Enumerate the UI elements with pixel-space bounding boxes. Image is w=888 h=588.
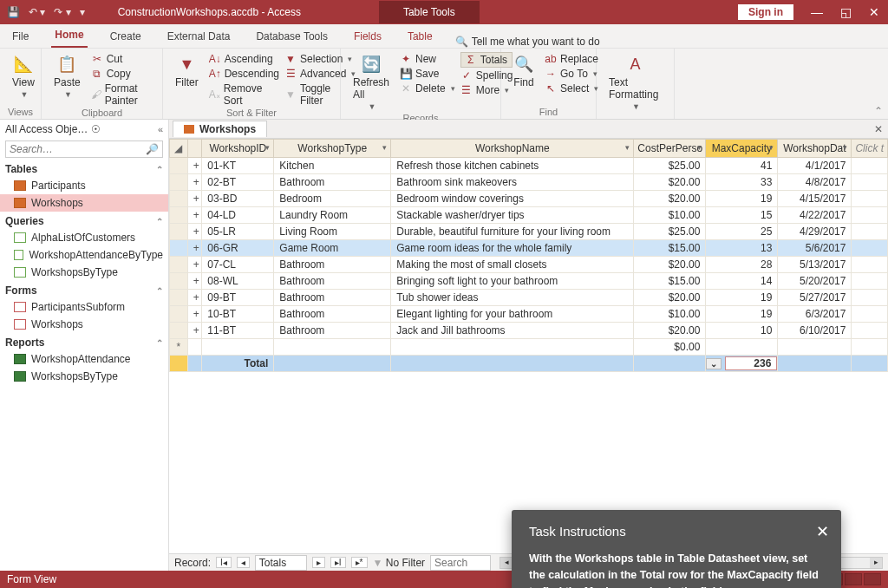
cell-date[interactable]: 5/13/2017 — [778, 257, 852, 273]
nav-item-workshops-by-type[interactable]: WorkshopsByType — [0, 264, 168, 281]
nav-item-workshops[interactable]: Workshops — [0, 194, 168, 212]
expand-row-icon[interactable]: + — [187, 273, 202, 290]
expand-row-icon[interactable]: + — [187, 323, 202, 339]
collapse-icon[interactable]: ⌃ — [156, 217, 163, 226]
cell-type[interactable]: Bathroom — [274, 273, 391, 290]
cell-id[interactable]: 03-BD — [202, 191, 274, 207]
cell-blank[interactable] — [852, 323, 888, 339]
cell-date[interactable]: 5/6/2017 — [778, 240, 852, 257]
cell-cap[interactable]: 28 — [706, 257, 778, 273]
cell-type[interactable]: Bathroom — [274, 257, 391, 273]
last-record-button[interactable]: ▸I — [330, 557, 346, 568]
cell-type[interactable]: Bathroom — [274, 323, 391, 339]
expand-row-icon[interactable]: + — [187, 191, 202, 207]
cell-blank[interactable] — [852, 306, 888, 323]
table-row[interactable]: + 10-BT Bathroom Elegant lighting for yo… — [170, 306, 888, 323]
tab-home[interactable]: Home — [51, 23, 87, 48]
cell-date[interactable]: 4/15/2017 — [778, 191, 852, 207]
scroll-right-icon[interactable]: ▸ — [870, 558, 882, 568]
expand-row-icon[interactable]: + — [187, 174, 202, 191]
tab-database-tools[interactable]: Database Tools — [252, 25, 331, 48]
cell-id[interactable]: 02-BT — [202, 174, 274, 191]
cell-cap[interactable]: 14 — [706, 273, 778, 290]
cell-cap[interactable]: 25 — [706, 224, 778, 240]
cell-name[interactable]: Durable, beautiful furniture for your li… — [391, 224, 634, 240]
cell-name[interactable]: Refresh those kitchen cabinets — [391, 158, 634, 174]
table-row[interactable]: + 05-LR Living Room Durable, beautiful f… — [170, 224, 888, 240]
copy-button[interactable]: ⧉Copy — [91, 67, 155, 81]
find-button[interactable]: 🔍Find — [508, 52, 539, 90]
cell-cap[interactable]: 33 — [706, 174, 778, 191]
cell-cost[interactable]: $15.00 — [634, 273, 706, 290]
chevron-down-icon[interactable]: ▾ — [265, 143, 270, 152]
new-row-indicator[interactable]: * — [170, 339, 188, 356]
cell-cost[interactable]: $0.00 — [634, 339, 706, 356]
cell-id[interactable]: 10-BT — [202, 306, 274, 323]
row-selector[interactable] — [170, 191, 188, 207]
total-dropdown-icon[interactable]: ⌄ — [706, 358, 722, 369]
cell-type[interactable]: Bathroom — [274, 174, 391, 191]
cell-cost[interactable]: $20.00 — [634, 290, 706, 306]
row-selector[interactable] — [170, 290, 188, 306]
cell-cost[interactable]: $10.00 — [634, 207, 706, 224]
cell-type[interactable]: Laundry Room — [274, 207, 391, 224]
chevron-down-icon[interactable]: ▾ — [697, 143, 702, 152]
restore-icon[interactable]: ◱ — [832, 5, 860, 19]
sort-desc-button[interactable]: A↑Descending — [209, 67, 279, 81]
row-selector[interactable] — [170, 174, 188, 191]
refresh-all-button[interactable]: 🔄Refresh All▼ — [348, 52, 395, 113]
redo-icon[interactable]: ↷ ▾ — [54, 6, 70, 18]
format-painter-button[interactable]: 🖌Format Painter — [91, 82, 155, 108]
cell-cost[interactable]: $25.00 — [634, 224, 706, 240]
new-record-row[interactable]: *$0.00 — [170, 339, 888, 356]
cell-blank[interactable] — [852, 207, 888, 224]
datasheet[interactable]: ◢ WorkshopID▾ WorkshopType▾ WorkshopName… — [169, 139, 888, 553]
sign-in-button[interactable]: Sign in — [738, 4, 793, 20]
cell-id[interactable]: 09-BT — [202, 290, 274, 306]
nav-item-workshop-attendance-report[interactable]: WorkshopAttendance — [0, 350, 168, 368]
tab-table[interactable]: Table — [404, 25, 436, 48]
cell-name[interactable]: Bedroom window coverings — [391, 191, 634, 207]
record-search-input[interactable] — [430, 555, 491, 571]
cell-type[interactable]: Bedroom — [274, 191, 391, 207]
cell-blank[interactable] — [852, 174, 888, 191]
cell-cost[interactable]: $15.00 — [634, 240, 706, 257]
row-selector[interactable] — [170, 273, 188, 290]
cell-date[interactable]: 5/20/2017 — [778, 273, 852, 290]
other-view-button[interactable] — [845, 573, 862, 585]
row-selector[interactable] — [170, 306, 188, 323]
cell-name[interactable]: Stackable washer/dryer tips — [391, 207, 634, 224]
nav-search-input[interactable] — [10, 143, 146, 155]
table-row[interactable]: + 02-BT Bathroom Bathroom sink makeovers… — [170, 174, 888, 191]
cell-cap[interactable]: 41 — [706, 158, 778, 174]
nav-collapse-icon[interactable]: « — [158, 124, 163, 134]
undo-icon[interactable]: ↶ ▾ — [29, 6, 45, 18]
close-object-icon[interactable]: ✕ — [874, 123, 883, 135]
cell-blank[interactable] — [852, 290, 888, 306]
cell-date[interactable]: 4/29/2017 — [778, 224, 852, 240]
total-row[interactable]: Total ⌄236 — [170, 356, 888, 372]
cell-name[interactable]: Jack and Jill bathrooms — [391, 323, 634, 339]
next-record-button[interactable]: ▸ — [312, 557, 325, 568]
replace-button[interactable]: abReplace — [545, 52, 598, 66]
cell-name[interactable]: Tub shower ideas — [391, 290, 634, 306]
row-selector[interactable] — [170, 257, 188, 273]
nav-item-participants-subform[interactable]: ParticipantsSubform — [0, 298, 168, 316]
cell-cap[interactable]: 19 — [706, 191, 778, 207]
cell-blank[interactable] — [852, 158, 888, 174]
tab-fields[interactable]: Fields — [350, 25, 385, 48]
nav-section-queries[interactable]: Queries⌃ — [0, 212, 168, 229]
select-button[interactable]: ↖Select▾ — [545, 82, 598, 95]
cell-id[interactable]: 01-KT — [202, 158, 274, 174]
goto-button[interactable]: →Go To▾ — [545, 67, 598, 81]
expand-row-icon[interactable]: + — [187, 207, 202, 224]
cell-cap[interactable]: 13 — [706, 240, 778, 257]
cell-cap[interactable]: 15 — [706, 207, 778, 224]
expand-row-icon[interactable]: + — [187, 290, 202, 306]
new-record-button[interactable]: ✦New — [400, 52, 455, 66]
cell-cost[interactable]: $10.00 — [634, 306, 706, 323]
chevron-down-icon[interactable]: ▾ — [843, 143, 847, 152]
cell-date[interactable]: 6/10/2017 — [778, 323, 852, 339]
expand-row-icon[interactable]: + — [187, 306, 202, 323]
cell-id[interactable]: 08-WL — [202, 273, 274, 290]
